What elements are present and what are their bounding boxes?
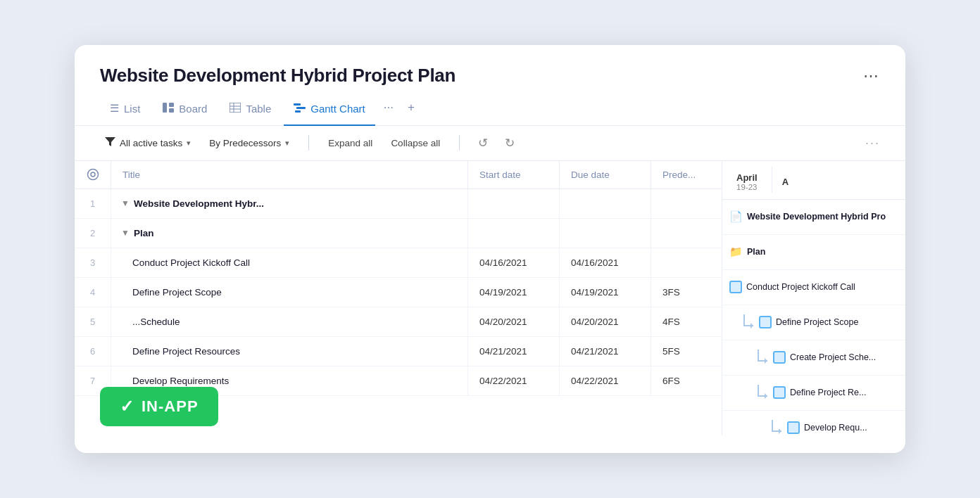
gantt-date-range: 19-23 <box>736 183 758 191</box>
gantt-month-partial: A <box>772 171 798 189</box>
header-more-icon[interactable]: ⋯ <box>863 67 880 85</box>
gantt-icon <box>294 103 306 115</box>
badge-label: IN-APP <box>142 397 199 416</box>
tab-gantt-label: Gantt Chart <box>310 103 365 115</box>
row-num: 3 <box>75 248 111 277</box>
row-num: 4 <box>75 278 111 307</box>
row-startdate <box>468 219 560 248</box>
row-title[interactable]: ...Schedule <box>111 307 468 336</box>
gantt-row: Create Project Sche... <box>722 340 905 376</box>
gantt-month-april: April 19-23 <box>722 167 772 193</box>
gantt-row-label: Conduct Project Kickoff Call <box>729 281 855 293</box>
gantt-partial-month-name: A <box>782 177 789 187</box>
col-prede: Prede... <box>651 161 722 189</box>
tab-board[interactable]: Board <box>153 97 217 126</box>
gantt-row: Define Project Re... <box>722 376 905 411</box>
gantt-label-text: Create Project Sche... <box>790 352 876 362</box>
gantt-task-bar <box>773 351 786 364</box>
gantt-label-text: Plan <box>747 247 765 257</box>
svg-marker-12 <box>750 323 753 328</box>
gantt-task-bar <box>759 316 772 328</box>
gantt-folder-icon: 📁 <box>729 245 743 258</box>
filter-label: All active tasks <box>120 138 182 148</box>
svg-point-10 <box>87 170 98 180</box>
gantt-row-label: Define Project Re... <box>755 385 866 400</box>
row-title-text: Define Project Resources <box>132 346 240 357</box>
tab-table[interactable]: Table <box>220 97 281 126</box>
table-row: 1 ▼ Website Development Hybr... <box>75 189 722 219</box>
undo-button[interactable]: ↺ <box>474 133 492 153</box>
gantt-row: 📁 Plan <box>722 235 905 270</box>
gantt-row: Conduct Project Kickoff Call <box>722 270 905 305</box>
table-row: 4 Define Project Scope 04/19/2021 04/19/… <box>75 278 722 307</box>
expand-all-button[interactable]: Expand all <box>323 134 377 152</box>
gantt-row-label: 📁 Plan <box>729 245 765 258</box>
gantt-task-bar <box>787 421 800 434</box>
row-duedate: 04/22/2021 <box>560 366 651 395</box>
col-startdate: Start date <box>468 161 560 189</box>
list-icon: ☰ <box>110 102 119 115</box>
group-label: By Predecessors <box>209 138 281 148</box>
svg-marker-14 <box>765 393 767 399</box>
redo-button[interactable]: ↻ <box>501 133 519 153</box>
row-title[interactable]: ▼ Website Development Hybr... <box>111 189 468 218</box>
tab-board-label: Board <box>179 103 207 115</box>
group-button[interactable]: By Predecessors ▾ <box>204 134 294 152</box>
row-duedate: 04/21/2021 <box>560 337 651 366</box>
gantt-row: Develop Requ... <box>722 411 905 435</box>
gantt-body: 📄 Website Development Hybrid Pro 📁 Plan <box>722 200 905 435</box>
row-num: 6 <box>75 337 111 366</box>
row-prede: 6FS <box>651 366 722 395</box>
toolbar-more-icon[interactable]: ··· <box>865 136 880 151</box>
row-prede <box>651 219 722 248</box>
table-header: Title Start date Due date Prede... <box>75 161 722 189</box>
gantt-label-text: Define Project Re... <box>790 388 866 397</box>
gantt-row-label: Create Project Sche... <box>755 350 876 365</box>
tab-add-button[interactable]: + <box>402 96 420 124</box>
row-duedate: 04/19/2021 <box>560 278 651 307</box>
row-title-text: Website Development Hybr... <box>134 198 264 209</box>
row-startdate: 04/16/2021 <box>468 248 560 277</box>
tab-gantt[interactable]: Gantt Chart <box>284 97 375 126</box>
tab-bar: ☰ List Board Table Gantt Chart ··· + <box>75 87 905 126</box>
row-startdate: 04/19/2021 <box>468 278 560 307</box>
svg-rect-3 <box>230 103 241 113</box>
row-title[interactable]: ▼ Plan <box>111 219 468 248</box>
row-num: 2 <box>75 219 111 248</box>
table-row: 2 ▼ Plan <box>75 219 722 248</box>
row-duedate <box>560 189 651 218</box>
row-title-text: Conduct Project Kickoff Call <box>132 257 250 268</box>
svg-rect-0 <box>163 103 167 113</box>
svg-rect-2 <box>169 108 174 113</box>
gantt-row-label: Define Project Scope <box>741 314 858 330</box>
row-prede <box>651 189 722 218</box>
group-chevron-icon: ▾ <box>285 139 289 148</box>
row-title-text: Develop Requirements <box>132 376 229 386</box>
gantt-label-text: Website Development Hybrid Pro <box>747 212 886 222</box>
collapse-all-button[interactable]: Collapse all <box>386 134 445 152</box>
row-prede: 5FS <box>651 337 722 366</box>
tab-more-button[interactable]: ··· <box>378 96 399 124</box>
gantt-task-bar <box>773 386 786 399</box>
checkmark-icon: ✓ <box>120 397 134 416</box>
svg-rect-9 <box>295 110 301 113</box>
row-title[interactable]: Define Project Resources <box>111 337 468 366</box>
gantt-label-text: Define Project Scope <box>776 317 858 327</box>
settings-icon-cell[interactable] <box>75 161 111 189</box>
expand-chevron-icon: ▼ <box>121 228 130 238</box>
row-duedate: 04/16/2021 <box>560 248 651 277</box>
gantt-document-icon: 📄 <box>729 210 743 223</box>
row-title-text: ...Schedule <box>132 317 180 327</box>
connector-svg <box>755 350 769 365</box>
table-row: 6 Define Project Resources 04/21/2021 04… <box>75 337 722 366</box>
tab-list[interactable]: ☰ List <box>100 96 150 126</box>
row-title[interactable]: Define Project Scope <box>111 278 468 307</box>
gantt-task-bar <box>729 281 742 293</box>
col-duedate: Due date <box>560 161 651 189</box>
row-title[interactable]: Conduct Project Kickoff Call <box>111 248 468 277</box>
in-app-badge: ✓ IN-APP <box>100 387 218 426</box>
tab-table-label: Table <box>246 103 271 115</box>
connector-svg <box>755 385 769 400</box>
filter-button[interactable]: All active tasks ▾ <box>100 134 196 152</box>
svg-rect-1 <box>169 103 174 107</box>
